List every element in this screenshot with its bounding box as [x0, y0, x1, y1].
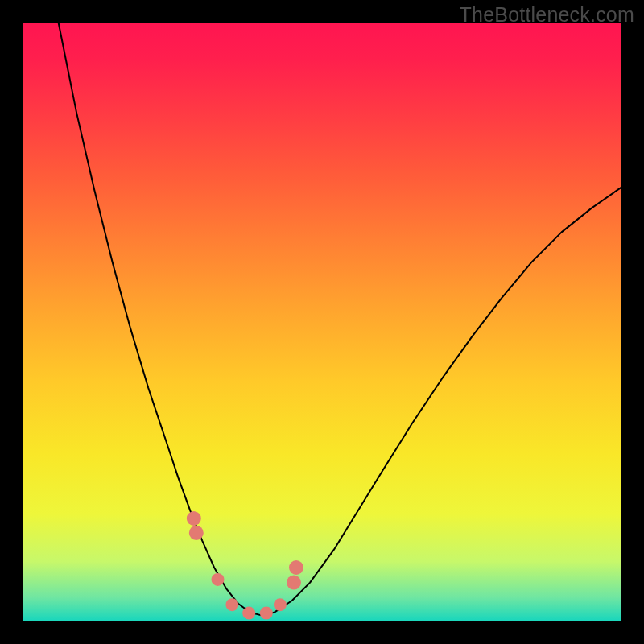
curve-marker: [212, 573, 225, 586]
chart-frame: TheBottleneck.com: [0, 0, 644, 644]
curve-marker: [289, 560, 303, 575]
curve-marker: [242, 607, 255, 620]
curve-marker: [225, 598, 238, 611]
curve-marker: [187, 511, 201, 526]
bottleneck-curve: [59, 23, 621, 616]
watermark-text: TheBottleneck.com: [460, 3, 634, 27]
plot-area: [23, 23, 621, 621]
curve-marker: [274, 598, 287, 611]
curve-marker: [189, 526, 204, 540]
curve-marker: [287, 576, 301, 590]
plot-svg: [23, 23, 621, 621]
curve-marker: [260, 607, 273, 620]
marker-group: [187, 511, 303, 620]
